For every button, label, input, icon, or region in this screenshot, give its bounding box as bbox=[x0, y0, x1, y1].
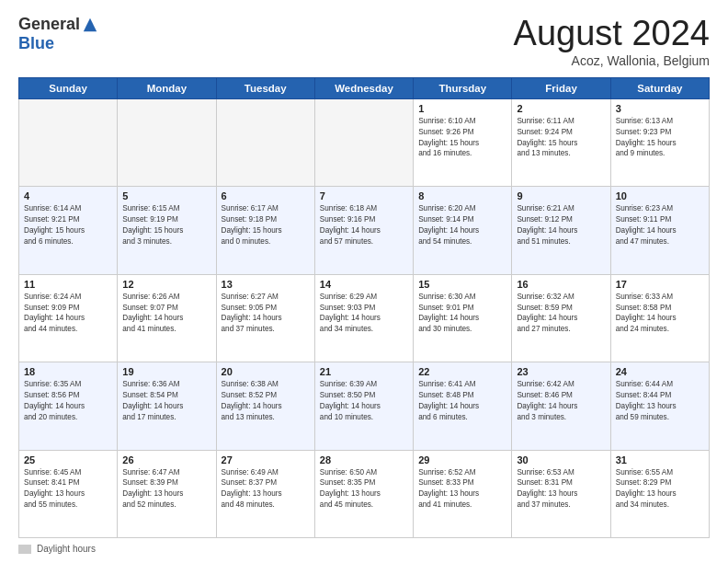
table-row: 31Sunrise: 6:55 AM Sunset: 8:29 PM Dayli… bbox=[610, 450, 709, 537]
day-number: 27 bbox=[222, 454, 310, 465]
day-number: 24 bbox=[616, 366, 704, 377]
day-info: Sunrise: 6:27 AM Sunset: 9:05 PM Dayligh… bbox=[222, 292, 310, 336]
day-number: 30 bbox=[517, 454, 605, 465]
table-row: 24Sunrise: 6:44 AM Sunset: 8:44 PM Dayli… bbox=[610, 362, 709, 450]
day-number: 10 bbox=[616, 190, 704, 201]
table-row: 23Sunrise: 6:42 AM Sunset: 8:46 PM Dayli… bbox=[512, 362, 610, 450]
logo-general-text: General bbox=[18, 15, 80, 34]
day-number: 5 bbox=[122, 190, 210, 201]
day-info: Sunrise: 6:21 AM Sunset: 9:12 PM Dayligh… bbox=[517, 203, 605, 247]
col-sunday: Sunday bbox=[19, 77, 118, 98]
table-row: 20Sunrise: 6:38 AM Sunset: 8:52 PM Dayli… bbox=[216, 362, 314, 450]
table-row: 17Sunrise: 6:33 AM Sunset: 8:58 PM Dayli… bbox=[610, 274, 709, 362]
col-thursday: Thursday bbox=[414, 77, 512, 98]
calendar-table: Sunday Monday Tuesday Wednesday Thursday… bbox=[18, 77, 710, 538]
day-info: Sunrise: 6:42 AM Sunset: 8:46 PM Dayligh… bbox=[517, 379, 605, 423]
day-number: 29 bbox=[418, 454, 506, 465]
table-row: 5Sunrise: 6:15 AM Sunset: 9:19 PM Daylig… bbox=[118, 187, 216, 274]
table-row bbox=[314, 98, 413, 186]
table-row bbox=[19, 98, 118, 186]
day-info: Sunrise: 6:13 AM Sunset: 9:23 PM Dayligh… bbox=[616, 116, 704, 160]
calendar-week-row: 18Sunrise: 6:35 AM Sunset: 8:56 PM Dayli… bbox=[19, 362, 710, 450]
day-number: 20 bbox=[222, 366, 310, 377]
day-number: 8 bbox=[418, 190, 506, 201]
day-number: 12 bbox=[122, 279, 210, 290]
day-info: Sunrise: 6:32 AM Sunset: 8:59 PM Dayligh… bbox=[517, 292, 605, 336]
logo-icon bbox=[82, 17, 98, 33]
table-row: 9Sunrise: 6:21 AM Sunset: 9:12 PM Daylig… bbox=[512, 187, 610, 274]
day-info: Sunrise: 6:14 AM Sunset: 9:21 PM Dayligh… bbox=[24, 203, 112, 247]
logo: General Blue bbox=[18, 15, 98, 53]
col-saturday: Saturday bbox=[610, 77, 709, 98]
title-block: August 2024 Acoz, Wallonia, Belgium bbox=[514, 15, 710, 68]
table-row: 19Sunrise: 6:36 AM Sunset: 8:54 PM Dayli… bbox=[118, 362, 216, 450]
day-info: Sunrise: 6:45 AM Sunset: 8:41 PM Dayligh… bbox=[24, 467, 112, 511]
table-row: 13Sunrise: 6:27 AM Sunset: 9:05 PM Dayli… bbox=[216, 274, 314, 362]
table-row: 4Sunrise: 6:14 AM Sunset: 9:21 PM Daylig… bbox=[19, 187, 118, 274]
table-row: 6Sunrise: 6:17 AM Sunset: 9:18 PM Daylig… bbox=[216, 187, 314, 274]
day-number: 2 bbox=[517, 103, 605, 114]
day-info: Sunrise: 6:26 AM Sunset: 9:07 PM Dayligh… bbox=[122, 292, 210, 336]
day-number: 1 bbox=[418, 103, 506, 114]
table-row: 11Sunrise: 6:24 AM Sunset: 9:09 PM Dayli… bbox=[19, 274, 118, 362]
table-row: 15Sunrise: 6:30 AM Sunset: 9:01 PM Dayli… bbox=[414, 274, 512, 362]
day-info: Sunrise: 6:53 AM Sunset: 8:31 PM Dayligh… bbox=[517, 467, 605, 511]
table-row: 7Sunrise: 6:18 AM Sunset: 9:16 PM Daylig… bbox=[314, 187, 413, 274]
day-info: Sunrise: 6:20 AM Sunset: 9:14 PM Dayligh… bbox=[418, 203, 506, 247]
day-number: 21 bbox=[320, 366, 408, 377]
day-info: Sunrise: 6:55 AM Sunset: 8:29 PM Dayligh… bbox=[616, 467, 704, 511]
day-info: Sunrise: 6:52 AM Sunset: 8:33 PM Dayligh… bbox=[418, 467, 506, 511]
legend-label: Daylight hours bbox=[37, 544, 96, 554]
day-info: Sunrise: 6:47 AM Sunset: 8:39 PM Dayligh… bbox=[122, 467, 210, 511]
logo-blue-text: Blue bbox=[18, 34, 54, 53]
day-info: Sunrise: 6:38 AM Sunset: 8:52 PM Dayligh… bbox=[222, 379, 310, 423]
table-row: 10Sunrise: 6:23 AM Sunset: 9:11 PM Dayli… bbox=[610, 187, 709, 274]
legend: Daylight hours bbox=[18, 544, 710, 554]
day-info: Sunrise: 6:18 AM Sunset: 9:16 PM Dayligh… bbox=[320, 203, 408, 247]
day-number: 23 bbox=[517, 366, 605, 377]
day-number: 11 bbox=[24, 279, 112, 290]
calendar-header-row: Sunday Monday Tuesday Wednesday Thursday… bbox=[19, 77, 710, 98]
day-info: Sunrise: 6:30 AM Sunset: 9:01 PM Dayligh… bbox=[418, 292, 506, 336]
table-row: 22Sunrise: 6:41 AM Sunset: 8:48 PM Dayli… bbox=[414, 362, 512, 450]
table-row bbox=[216, 98, 314, 186]
legend-box bbox=[18, 545, 31, 554]
table-row: 27Sunrise: 6:49 AM Sunset: 8:37 PM Dayli… bbox=[216, 450, 314, 537]
col-monday: Monday bbox=[118, 77, 216, 98]
table-row: 2Sunrise: 6:11 AM Sunset: 9:24 PM Daylig… bbox=[512, 98, 610, 186]
day-number: 3 bbox=[616, 103, 704, 114]
day-number: 17 bbox=[616, 279, 704, 290]
day-number: 9 bbox=[517, 190, 605, 201]
calendar-week-row: 4Sunrise: 6:14 AM Sunset: 9:21 PM Daylig… bbox=[19, 187, 710, 274]
day-number: 31 bbox=[616, 454, 704, 465]
table-row: 18Sunrise: 6:35 AM Sunset: 8:56 PM Dayli… bbox=[19, 362, 118, 450]
day-info: Sunrise: 6:23 AM Sunset: 9:11 PM Dayligh… bbox=[616, 203, 704, 247]
table-row: 30Sunrise: 6:53 AM Sunset: 8:31 PM Dayli… bbox=[512, 450, 610, 537]
table-row: 28Sunrise: 6:50 AM Sunset: 8:35 PM Dayli… bbox=[314, 450, 413, 537]
table-row: 3Sunrise: 6:13 AM Sunset: 9:23 PM Daylig… bbox=[610, 98, 709, 186]
day-number: 7 bbox=[320, 190, 408, 201]
day-info: Sunrise: 6:10 AM Sunset: 9:26 PM Dayligh… bbox=[418, 116, 506, 160]
day-info: Sunrise: 6:39 AM Sunset: 8:50 PM Dayligh… bbox=[320, 379, 408, 423]
day-info: Sunrise: 6:35 AM Sunset: 8:56 PM Dayligh… bbox=[24, 379, 112, 423]
location-subtitle: Acoz, Wallonia, Belgium bbox=[514, 53, 710, 68]
col-tuesday: Tuesday bbox=[216, 77, 314, 98]
table-row: 8Sunrise: 6:20 AM Sunset: 9:14 PM Daylig… bbox=[414, 187, 512, 274]
day-info: Sunrise: 6:29 AM Sunset: 9:03 PM Dayligh… bbox=[320, 292, 408, 336]
day-number: 14 bbox=[320, 279, 408, 290]
day-info: Sunrise: 6:41 AM Sunset: 8:48 PM Dayligh… bbox=[418, 379, 506, 423]
day-number: 18 bbox=[24, 366, 112, 377]
day-number: 19 bbox=[122, 366, 210, 377]
table-row: 25Sunrise: 6:45 AM Sunset: 8:41 PM Dayli… bbox=[19, 450, 118, 537]
day-number: 16 bbox=[517, 279, 605, 290]
day-info: Sunrise: 6:17 AM Sunset: 9:18 PM Dayligh… bbox=[222, 203, 310, 247]
day-number: 28 bbox=[320, 454, 408, 465]
col-friday: Friday bbox=[512, 77, 610, 98]
day-number: 25 bbox=[24, 454, 112, 465]
table-row: 1Sunrise: 6:10 AM Sunset: 9:26 PM Daylig… bbox=[414, 98, 512, 186]
day-info: Sunrise: 6:11 AM Sunset: 9:24 PM Dayligh… bbox=[517, 116, 605, 160]
day-info: Sunrise: 6:49 AM Sunset: 8:37 PM Dayligh… bbox=[222, 467, 310, 511]
calendar-week-row: 25Sunrise: 6:45 AM Sunset: 8:41 PM Dayli… bbox=[19, 450, 710, 537]
table-row: 14Sunrise: 6:29 AM Sunset: 9:03 PM Dayli… bbox=[314, 274, 413, 362]
day-number: 6 bbox=[222, 190, 310, 201]
